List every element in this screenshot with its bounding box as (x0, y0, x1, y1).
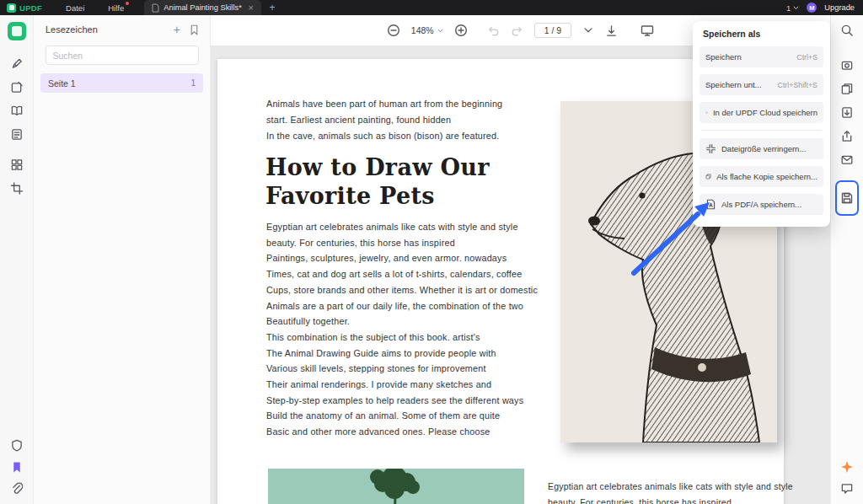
zoom-level-dropdown[interactable]: 148% (411, 25, 443, 35)
bookmark-panel-icon[interactable] (189, 24, 200, 35)
save-as-button[interactable] (835, 180, 859, 216)
chapter-heading: How to Draw Our Favorite Pets (265, 153, 490, 211)
caption-line: Egyptian art celebrates animals like cat… (548, 479, 793, 495)
caret-down-icon (437, 29, 443, 33)
bookmarks-actions: + (174, 24, 200, 35)
menu-item-pdfa[interactable]: Als PDF/A speichern... (700, 194, 823, 215)
right-tool-strip (830, 15, 863, 504)
body-line: Basic and other more advanced ones. Plea… (266, 424, 538, 440)
body-line: Beautifully together. (266, 314, 538, 330)
bookmark-item-badge: 1 (190, 78, 196, 88)
document-tab[interactable]: Animal Painting Skills* × (144, 0, 260, 15)
menu-item-dateigroesse-verringern[interactable]: Dateigröße verringern... (700, 138, 823, 159)
pages-icon[interactable] (841, 83, 854, 99)
bookmarks-title: Lesezeichen (46, 24, 98, 35)
hilfe-notification-dot (126, 2, 129, 5)
zoom-out-button[interactable] (387, 24, 400, 37)
redo-button[interactable] (511, 24, 523, 37)
zoom-level-value: 148% (411, 25, 434, 35)
feedback-icon[interactable] (841, 482, 854, 498)
body-line: The Animal Drawing Guide aims to provide… (266, 346, 538, 362)
caption-paragraph: Egyptian art celebrates animals like cat… (548, 479, 793, 504)
window-count: 1 (786, 3, 791, 13)
undo-button[interactable] (487, 24, 500, 37)
attachment-icon[interactable] (10, 482, 23, 498)
bookmarks-search-input[interactable] (46, 46, 199, 65)
menu-item-shortcut: Ctrl+S (796, 53, 817, 62)
menu-item-cloud-speichern[interactable]: In der UPDF Cloud speichern (700, 102, 823, 123)
intro-line: start. Earliest ancient painting, found … (266, 112, 502, 128)
flatten-icon (705, 171, 711, 182)
page-down-button[interactable] (582, 24, 594, 36)
menu-item-speichern[interactable]: Speichern Ctrl+S (700, 46, 823, 67)
menu-datei[interactable]: Datei (66, 3, 84, 13)
annotate-icon[interactable] (10, 57, 23, 73)
bookmark-item-seite-1[interactable]: Seite 1 1 (40, 73, 203, 93)
updf-app-window: UPDF Datei Hilfe Animal Painting Skills*… (0, 0, 863, 504)
heading-line: How to Draw Our (265, 153, 490, 182)
plant-image (268, 469, 524, 504)
body-line: Egyptian art celebrates animals like cat… (266, 219, 538, 235)
updf-app-tile[interactable] (8, 22, 26, 40)
caption-line: beauty. For centuries, this horse has in… (548, 495, 793, 504)
bookmark-item-label: Seite 1 (48, 78, 76, 88)
bookmark-icon[interactable] (10, 461, 23, 477)
body-line: This combination is the subject of this … (266, 330, 538, 346)
organize-icon[interactable] (10, 158, 23, 174)
edit-icon[interactable] (10, 81, 23, 97)
extract-icon[interactable] (841, 106, 854, 122)
menu-item-speichern-unter[interactable]: Speichern unt... Ctrl+Shift+S (700, 74, 823, 95)
scroll-mode-button[interactable] (605, 24, 618, 37)
menu-hilfe[interactable]: Hilfe (108, 3, 124, 13)
mail-icon[interactable] (841, 153, 854, 169)
share-icon[interactable] (841, 130, 854, 146)
save-as-icon (840, 191, 854, 205)
chevron-down-icon (793, 6, 799, 10)
body-line: Their animal renderings. I provide many … (266, 377, 538, 393)
crop-icon[interactable] (10, 182, 23, 198)
menu-item-flache-kopie[interactable]: Als flache Kopie speichern... (700, 166, 823, 187)
bookmarks-panel: Lesezeichen + Seite 1 1 (34, 15, 211, 504)
compress-icon (705, 143, 716, 154)
ai-assistant-icon[interactable] (840, 460, 854, 477)
zoom-in-button[interactable] (454, 24, 468, 37)
new-tab-button[interactable]: + (270, 2, 276, 13)
intro-line: In the cave, animals such as bison (biso… (266, 128, 502, 144)
forms-icon[interactable] (10, 128, 23, 144)
screenshot-icon[interactable] (841, 59, 854, 75)
reader-icon[interactable] (10, 105, 23, 121)
save-as-menu: Speichern als Speichern Ctrl+S Speichern… (693, 21, 830, 227)
body-line: Paintings, sculptures, jewelry, and even… (266, 250, 538, 266)
cloud-icon (705, 107, 708, 118)
intro-line: Animals have been part of human art from… (266, 96, 502, 112)
body-line: Animals are a part of our daily life, th… (266, 298, 538, 314)
body-line: Times, cat and dog art sells a lot of t-… (266, 266, 538, 282)
body-paragraph: Egyptian art celebrates animals like cat… (266, 219, 538, 440)
titlebar: UPDF Datei Hilfe Animal Painting Skills*… (0, 0, 863, 15)
body-line: Step-by-step examples to help readers se… (266, 393, 538, 409)
search-icon[interactable] (840, 24, 854, 40)
heading-line: Favorite Pets (265, 182, 490, 211)
body-line: Cups, store brands and other items. Whet… (266, 282, 538, 298)
menu-item-label: Als PDF/A speichern... (721, 200, 801, 209)
menu-item-label: In der UPDF Cloud speichern (713, 108, 817, 117)
tab-close-icon[interactable]: × (249, 3, 254, 13)
upgrade-button[interactable]: Upgrade (824, 3, 855, 12)
protect-icon[interactable] (10, 439, 23, 455)
left-tool-strip (0, 15, 34, 504)
updf-app-icon (8, 22, 26, 40)
page-indicator[interactable]: 1 / 9 (534, 23, 571, 38)
body-line: Build the anatomy of an animal. Some of … (266, 408, 538, 424)
menu-hilfe-label: Hilfe (108, 3, 124, 13)
titlebar-right: 1 M Upgrade (786, 3, 855, 13)
presentation-mode-button[interactable] (641, 24, 654, 37)
menu-item-label: Dateigröße verringern... (721, 144, 806, 153)
menu-separator (701, 130, 822, 131)
menu-item-label: Speichern (705, 52, 742, 62)
add-bookmark-button[interactable]: + (174, 24, 180, 35)
pdf-file-icon (152, 3, 159, 13)
avatar[interactable]: M (807, 3, 817, 13)
body-line: Various skill levels, stepping stones fo… (266, 361, 538, 377)
updf-logo-icon (7, 3, 16, 13)
window-switcher[interactable]: 1 (786, 3, 799, 13)
